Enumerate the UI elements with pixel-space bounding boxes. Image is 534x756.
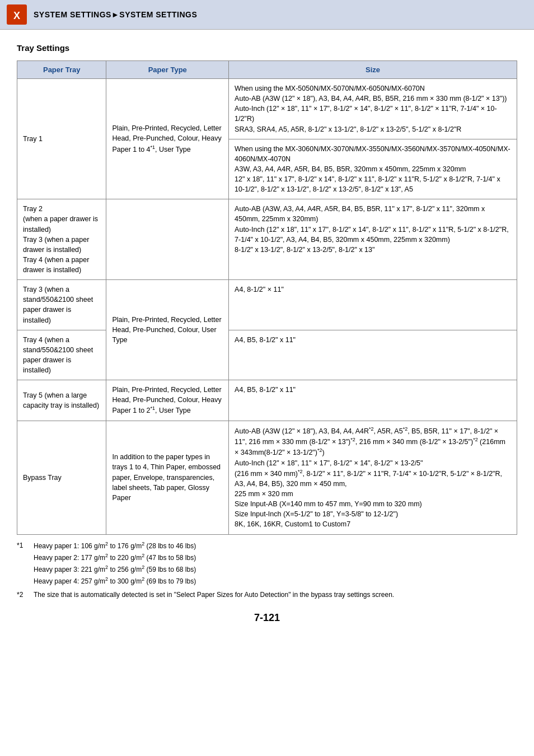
paper-type: Plain, Pre-Printed, Recycled, Letter Hea… <box>106 280 229 380</box>
footnote: *2The size that is automatically detecte… <box>17 590 517 601</box>
size-value: When using the MX-5050N/MX-5070N/MX-6050… <box>229 79 517 139</box>
size-value: When using the MX-3060N/MX-3070N/MX-3550… <box>229 139 517 199</box>
tray-name: Bypass Tray <box>17 421 106 534</box>
table-row: Tray 3 (when a stand/550&2100 sheet pape… <box>17 280 517 330</box>
page-number: 7-121 <box>17 612 517 624</box>
footnote-text: The size that is automatically detected … <box>34 590 394 601</box>
paper-type <box>106 199 229 280</box>
main-content: Tray Settings Paper Tray Paper Type Size… <box>0 30 534 641</box>
sharp-logo: X <box>7 4 27 25</box>
size-value: Auto-AB (A3W (12" × 18"), A3, B4, A4, A4… <box>229 421 517 534</box>
size-value: A4, B5, 8-1/2" x 11" <box>229 330 517 380</box>
svg-text:X: X <box>13 10 20 21</box>
paper-type: In addition to the paper types in trays … <box>106 421 229 534</box>
size-value: Auto-AB (A3W, A3, A4, A4R, A5R, B4, B5, … <box>229 199 517 280</box>
footnote: *1Heavy paper 1: 106 g/m2 to 176 g/m2 (2… <box>17 540 517 587</box>
tray-name: Tray 1 <box>17 79 106 199</box>
header-title: SYSTEM SETTINGS►SYSTEM SETTINGS <box>34 10 197 19</box>
footnote-line: Heavy paper 2: 177 g/m2 to 220 g/m2 (47 … <box>34 552 196 563</box>
tray-name: Tray 3 (when a stand/550&2100 sheet pape… <box>17 280 106 330</box>
col-header-paper-type: Paper Type <box>106 61 229 79</box>
tray-name: Tray 5 (when a large capacity tray is in… <box>17 380 106 421</box>
table-row: Tray 5 (when a large capacity tray is in… <box>17 380 517 421</box>
footnote-line: Heavy paper 1: 106 g/m2 to 176 g/m2 (28 … <box>34 540 196 551</box>
table-row: Tray 1 Plain, Pre-Printed, Recycled, Let… <box>17 79 517 139</box>
paper-type: Plain, Pre-Printed, Recycled, Letter Hea… <box>106 380 229 421</box>
footnote-text: Heavy paper 1: 106 g/m2 to 176 g/m2 (28 … <box>34 540 196 587</box>
col-header-size: Size <box>229 61 517 79</box>
tray-name: Tray 4 (when a stand/550&2100 sheet pape… <box>17 330 106 380</box>
footnotes: *1Heavy paper 1: 106 g/m2 to 176 g/m2 (2… <box>17 540 517 601</box>
page-title: Tray Settings <box>17 43 517 53</box>
tray-settings-table: Paper Tray Paper Type Size Tray 1 Plain,… <box>17 60 517 535</box>
footnote-line: Heavy paper 3: 221 g/m2 to 256 g/m2 (59 … <box>34 564 196 575</box>
col-header-paper-tray: Paper Tray <box>17 61 106 79</box>
tray-name: Tray 2 (when a paper drawer is installed… <box>17 199 106 280</box>
paper-type: Plain, Pre-Printed, Recycled, Letter Hea… <box>106 79 229 199</box>
table-row: Tray 2 (when a paper drawer is installed… <box>17 199 517 280</box>
footnote-ref: *1 <box>17 540 34 587</box>
size-value: A4, 8-1/2" × 11" <box>229 280 517 330</box>
footnote-ref: *2 <box>17 590 34 601</box>
size-value: A4, B5, 8-1/2" x 11" <box>229 380 517 421</box>
table-header-row: Paper Tray Paper Type Size <box>17 61 517 79</box>
header: X SYSTEM SETTINGS►SYSTEM SETTINGS <box>0 0 534 30</box>
footnote-line: Heavy paper 4: 257 g/m2 to 300 g/m2 (69 … <box>34 576 196 586</box>
table-row: Tray 4 (when a stand/550&2100 sheet pape… <box>17 330 517 380</box>
table-row: Bypass Tray In addition to the paper typ… <box>17 421 517 534</box>
footnote-line: The size that is automatically detected … <box>34 590 394 600</box>
